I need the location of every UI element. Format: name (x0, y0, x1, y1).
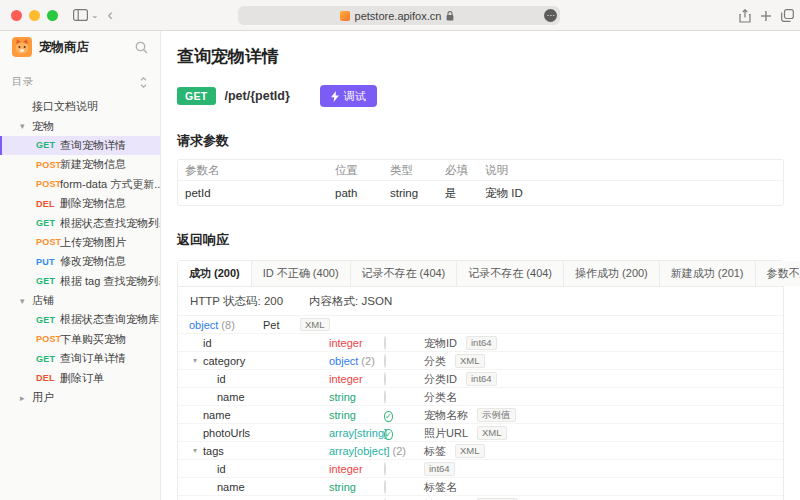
project-logo-icon (12, 37, 32, 57)
schema-field-type: integer (329, 334, 363, 352)
sidebar-item[interactable]: GET根据 tag 查找宠物列表 (0, 272, 160, 291)
chevron-down-icon[interactable]: ⌄ (91, 10, 99, 20)
request-params-table: 参数名位置类型必填说明 petIdpathstring是宠物 ID (177, 159, 784, 206)
sidebar-group-item[interactable]: ▸用户 (0, 388, 160, 407)
response-tab[interactable]: 参数不正确 (401) (756, 261, 800, 286)
schema-field-desc: 销售状态枚举(3) (424, 496, 518, 500)
schema-field-name: name (217, 388, 245, 406)
params-col-header: 参数名 (178, 163, 328, 178)
method-label: PUT (36, 257, 60, 267)
collapse-all-icon[interactable] (139, 77, 148, 88)
response-tab[interactable]: 记录不存在 (404) (457, 261, 564, 286)
optional-circle-icon (384, 336, 386, 350)
schema-field-type: array[string] (329, 424, 387, 442)
schema-field-desc: 标签XML (424, 442, 485, 460)
sidebar-item-label: 店铺 (32, 293, 54, 308)
response-tab[interactable]: 新建成功 (201) (660, 261, 756, 286)
params-cell: 是 (438, 186, 478, 201)
response-tab[interactable]: 成功 (200) (178, 261, 252, 286)
sidebar-item-label: 用户 (32, 390, 54, 405)
endpoint-row: GET /pet/{petId} 调试 (177, 85, 784, 107)
caret-right-icon[interactable]: ▸ (20, 393, 32, 403)
project-title: 宠物商店 (39, 39, 135, 56)
caret-down-icon[interactable]: ▾ (193, 352, 197, 370)
debug-button[interactable]: 调试 (320, 85, 377, 107)
sidebar-item[interactable]: GET查询宠物详情 (0, 136, 160, 155)
sidebar-item-label: 删除宠物信息 (60, 196, 126, 211)
caret-down-icon[interactable]: ▾ (193, 442, 197, 460)
sidebar-item[interactable]: POST新建宠物信息 (0, 155, 160, 174)
method-label: POST (36, 160, 60, 170)
schema-field-type: string (329, 388, 356, 406)
schema-field-type: integer (329, 460, 363, 478)
schema-field-name: status (203, 496, 232, 500)
schema-field-type: object(2) (329, 352, 375, 370)
sidebar-item-label: form-data 方式更新... (60, 177, 160, 192)
method-label: DEL (36, 373, 60, 383)
params-cell: path (328, 187, 383, 199)
sidebar-item-label: 根据状态查找宠物列表 (60, 216, 160, 231)
schema-row: ▾categoryobject(2)分类XML (178, 352, 783, 370)
schema-row: idintegerint64 (178, 460, 783, 478)
schema-row: photoUrlsarray[string]✓照片URLXML (178, 424, 783, 442)
request-params-title: 请求参数 (177, 132, 784, 150)
share-icon[interactable] (739, 9, 751, 23)
site-favicon (340, 11, 350, 21)
sidebar-group-item[interactable]: ▾店铺 (0, 291, 160, 310)
method-label: GET (36, 276, 60, 286)
tab-overview-icon[interactable] (781, 9, 794, 22)
optional-circle-icon (384, 462, 386, 476)
method-label: GET (36, 354, 60, 364)
schema-field-name: tags (203, 442, 224, 460)
schema-row: idinteger宠物IDint64 (178, 334, 783, 352)
zoom-button[interactable] (47, 10, 58, 21)
response-tab[interactable]: 操作成功 (200) (564, 261, 660, 286)
caret-down-icon[interactable]: ▾ (20, 296, 32, 306)
sidebar-item[interactable]: POST上传宠物图片 (0, 233, 160, 252)
sidebar-item-label: 宠物 (32, 119, 54, 134)
directory-label: 目录 (12, 75, 139, 89)
sidebar-item[interactable]: GET查询订单详情 (0, 349, 160, 368)
close-button[interactable] (11, 10, 22, 21)
sidebar-item[interactable]: PUT修改宠物信息 (0, 252, 160, 271)
schema-field-type: integer (329, 370, 363, 388)
sidebar-item[interactable]: DEL删除订单 (0, 368, 160, 387)
minimize-button[interactable] (29, 10, 40, 21)
window-controls (11, 10, 58, 21)
caret-down-icon[interactable]: ▾ (20, 121, 32, 131)
sidebar-item[interactable]: GET根据状态查找宠物列表 (0, 213, 160, 232)
response-status-line: HTTP 状态码: 200 内容格式: JSON (178, 287, 783, 315)
schema-field-type: string (329, 478, 356, 496)
schema-field-name: name (203, 406, 231, 424)
required-check-icon: ✓ (384, 411, 393, 422)
required-check-icon: ✓ (384, 429, 393, 440)
address-bar-action-icon[interactable]: ⋯ (544, 9, 557, 22)
schema-root-type: object(8) (189, 316, 235, 334)
sidebar-toggle-icon[interactable] (73, 9, 88, 21)
method-label: POST (36, 237, 60, 247)
params-col-header: 说明 (478, 163, 783, 178)
schema-chip: XML (455, 444, 485, 458)
schema-field-desc: 标签名 (424, 478, 457, 496)
schema-field-name: category (203, 352, 245, 370)
schema-chip[interactable]: 示例值 (477, 408, 516, 422)
search-icon[interactable] (135, 41, 148, 54)
method-label: GET (36, 140, 60, 150)
address-url: petstore.apifox.cn (355, 10, 442, 22)
params-col-header: 位置 (328, 163, 383, 178)
sidebar-item[interactable]: 接口文档说明 (0, 97, 160, 116)
sidebar-item[interactable]: POST下单购买宠物 (0, 330, 160, 349)
sidebar-item[interactable]: DEL删除宠物信息 (0, 194, 160, 213)
optional-circle-icon (384, 390, 386, 404)
address-bar[interactable]: petstore.apifox.cn ⋯ (238, 6, 560, 25)
sidebar-item[interactable]: GET根据状态查询宠物库... (0, 310, 160, 329)
lock-icon (446, 11, 454, 21)
response-tab[interactable]: ID 不正确 (400) (252, 261, 351, 286)
schema-field-name: name (217, 478, 245, 496)
sidebar-item-label: 查询宠物详情 (60, 138, 126, 153)
response-tab[interactable]: 记录不存在 (404) (351, 261, 458, 286)
new-tab-icon[interactable] (760, 10, 772, 22)
sidebar-group-item[interactable]: ▾宠物 (0, 116, 160, 135)
sidebar-item[interactable]: POSTform-data 方式更新... (0, 175, 160, 194)
back-button[interactable]: ‹ (108, 7, 113, 23)
